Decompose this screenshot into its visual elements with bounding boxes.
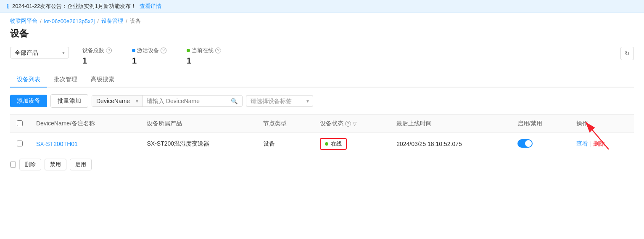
announcement-text: 2024-01-22发布公告：企业版实例1月新功能发布！ [12, 3, 136, 10]
stat-total-help-icon[interactable]: ? [106, 48, 112, 53]
last-online-value: 2024/03/25 18:10:52.075 [396, 141, 462, 147]
stat-active-devices: 激活设备 ? 1 [132, 47, 166, 66]
stat-total-value: 1 [82, 56, 112, 66]
product-select-wrapper: 全部产品 ▼ [10, 47, 69, 58]
search-button[interactable]: 🔍 [227, 96, 242, 106]
product-name: SX-ST200温湿度变送器 [147, 140, 209, 147]
refresh-icon: ↻ [625, 50, 630, 57]
announcement-link[interactable]: 查看详情 [140, 3, 161, 10]
td-last-online: 2024/03/25 18:10:52.075 [390, 133, 510, 155]
page-content: 设备 全部产品 ▼ 设备总数 ? 1 激活设备 ? [0, 27, 644, 181]
row-checkbox[interactable] [17, 141, 23, 146]
th-device-name-label: DeviceName/备注名称 [36, 120, 95, 127]
tabs-container: 设备列表 批次管理 高级搜索 [10, 72, 634, 88]
th-status-filter-icon[interactable]: ▽ [353, 121, 356, 127]
stat-total-devices: 设备总数 ? 1 [82, 47, 112, 66]
stats-row: 全部产品 ▼ 设备总数 ? 1 激活设备 ? 1 [10, 47, 634, 66]
node-type-value: 设备 [263, 140, 275, 147]
batch-add-button[interactable]: 批量添加 [50, 94, 88, 108]
td-row-checkbox [10, 133, 29, 155]
search-field-select[interactable]: DeviceName [92, 96, 143, 106]
stat-online-devices: 当前在线 ? 1 [187, 47, 221, 66]
stat-active-help-icon[interactable]: ? [161, 48, 166, 53]
table-row: SX-ST200TH01 SX-ST200温湿度变送器 设备 在线 [10, 133, 634, 155]
th-enable-label: 启用/禁用 [517, 120, 543, 127]
stat-active-label: 激活设备 [137, 47, 159, 54]
bottom-enable-button[interactable]: 启用 [70, 159, 92, 170]
stat-online-label-row: 当前在线 ? [187, 47, 221, 54]
device-name-link[interactable]: SX-ST200TH01 [36, 141, 78, 147]
breadcrumb-current: 设备 [130, 17, 141, 25]
stat-online-value: 1 [187, 56, 221, 66]
page-title: 设备 [10, 27, 634, 40]
breadcrumb: 物联网平台 / iot-06z00e2613p5x2j / 设备管理 / 设备 [0, 13, 644, 27]
th-last-online-label: 最后上线时间 [396, 120, 432, 127]
th-product: 设备所属产品 [140, 115, 256, 133]
bottom-delete-button[interactable]: 删除 [19, 159, 41, 170]
th-device-name: DeviceName/备注名称 [29, 115, 140, 133]
stat-total-label: 设备总数 [82, 47, 104, 54]
th-status-help-icon[interactable]: ? [345, 121, 351, 127]
device-table: DeviceName/备注名称 设备所属产品 节点类型 设备状态 ? ▽ [10, 114, 634, 155]
td-enable [511, 133, 570, 155]
add-device-button[interactable]: 添加设备 [10, 95, 47, 107]
breadcrumb-sep-3: / [126, 18, 127, 24]
th-node-type-label: 节点类型 [263, 120, 287, 127]
tag-select-wrapper: 请选择设备标签 ▼ [246, 95, 313, 107]
toolbar: 添加设备 批量添加 DeviceName ▼ 🔍 请选择设备标签 ▼ [10, 94, 634, 108]
status-dot-icon [325, 142, 328, 146]
breadcrumb-sep-2: / [97, 18, 99, 24]
th-checkbox [10, 115, 29, 133]
enable-toggle[interactable] [517, 139, 533, 148]
action-links: 查看 | 删除 [576, 140, 627, 148]
tab-device-list[interactable]: 设备列表 [10, 72, 47, 88]
search-input[interactable] [143, 96, 227, 106]
select-all-checkbox[interactable] [17, 120, 23, 126]
status-badge: 在线 [320, 138, 347, 150]
th-actions-label: 操作 [576, 120, 588, 127]
product-select-container: 全部产品 ▼ [10, 47, 69, 58]
th-node-type: 节点类型 [256, 115, 313, 133]
th-product-label: 设备所属产品 [147, 120, 182, 127]
stat-active-label-row: 激活设备 ? [132, 47, 166, 54]
info-icon: ℹ [7, 3, 9, 10]
breadcrumb-device-management[interactable]: 设备管理 [101, 17, 123, 25]
stat-active-value: 1 [132, 56, 166, 66]
breadcrumb-iot-platform[interactable]: 物联网平台 [10, 17, 37, 25]
bottom-disable-button[interactable]: 禁用 [45, 159, 66, 170]
view-link[interactable]: 查看 [576, 140, 588, 148]
status-text: 在线 [331, 140, 342, 148]
th-status: 设备状态 ? ▽ [313, 115, 390, 133]
th-actions: 操作 [570, 115, 634, 133]
stat-online-help-icon[interactable]: ? [215, 48, 221, 53]
delete-link[interactable]: 删除 [593, 140, 605, 148]
stat-online-label: 当前在线 [192, 47, 214, 54]
td-actions: 查看 | 删除 [570, 133, 634, 155]
th-status-content: 设备状态 ? ▽ [320, 120, 383, 127]
td-status: 在线 [313, 133, 390, 155]
tag-select[interactable]: 请选择设备标签 [246, 95, 313, 107]
td-product: SX-ST200温湿度变送器 [140, 133, 256, 155]
refresh-button[interactable]: ↻ [620, 47, 634, 60]
bottom-select-all-checkbox[interactable] [10, 162, 16, 167]
th-status-label: 设备状态 [320, 120, 343, 127]
bottom-actions: 删除 禁用 启用 [10, 159, 634, 170]
tab-batch-management[interactable]: 批次管理 [47, 72, 84, 88]
th-last-online: 最后上线时间 [390, 115, 510, 133]
action-divider: | [590, 141, 591, 147]
breadcrumb-sep-1: / [40, 18, 42, 24]
search-icon: 🔍 [231, 98, 238, 104]
table-header-row: DeviceName/备注名称 设备所属产品 节点类型 设备状态 ? ▽ [10, 115, 634, 133]
online-dot-icon [187, 49, 190, 52]
td-node-type: 设备 [256, 133, 313, 155]
tab-advanced-search[interactable]: 高级搜索 [84, 72, 121, 88]
th-enable: 启用/禁用 [511, 115, 570, 133]
table-section: DeviceName/备注名称 设备所属产品 节点类型 设备状态 ? ▽ [10, 114, 634, 170]
search-group: DeviceName ▼ 🔍 [92, 95, 243, 107]
announcement-bar: ℹ 2024-01-22发布公告：企业版实例1月新功能发布！ 查看详情 [0, 0, 644, 13]
breadcrumb-instance[interactable]: iot-06z00e2613p5x2j [44, 18, 95, 24]
stat-total-label-row: 设备总数 ? [82, 47, 112, 54]
product-select[interactable]: 全部产品 [10, 47, 69, 58]
td-device-name: SX-ST200TH01 [29, 133, 140, 155]
active-dot-icon [132, 49, 135, 52]
